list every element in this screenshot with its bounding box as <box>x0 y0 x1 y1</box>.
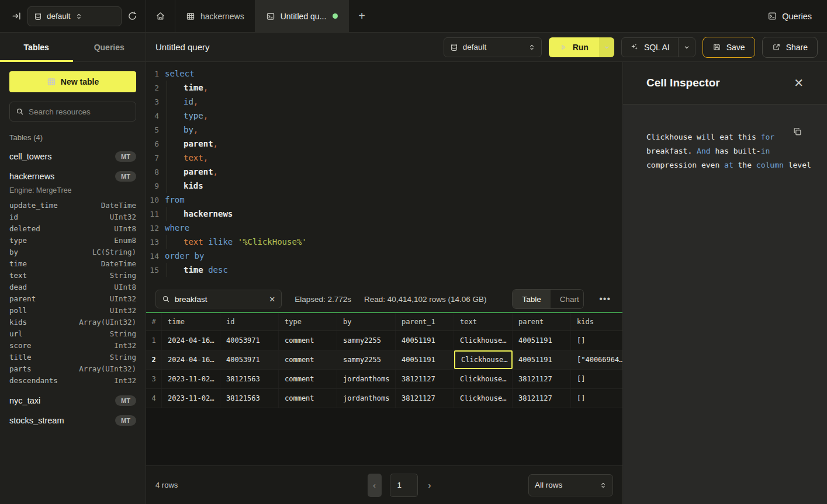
collapse-sidebar-icon[interactable] <box>12 11 22 21</box>
view-tab-chart[interactable]: Chart <box>551 290 584 308</box>
column-row-deleted[interactable]: deletedUInt8 <box>9 223 136 234</box>
refresh-icon[interactable] <box>127 11 137 21</box>
table-row[interactable]: 42023-11-02…38121563commentjordanthoms38… <box>146 389 622 408</box>
tab-hackernews[interactable]: hackernews <box>175 0 255 32</box>
column-row-descendants[interactable]: descendantsInt32 <box>9 374 136 386</box>
table-cell[interactable]: 40051191 <box>396 350 454 369</box>
sql-ai-button[interactable]: SQL AI <box>622 38 678 57</box>
table-cell[interactable]: 38121127 <box>396 389 454 408</box>
code-line[interactable]: 10from <box>146 193 622 207</box>
code-line[interactable]: 14order by <box>146 249 622 263</box>
sql-ai-options-button[interactable] <box>678 38 695 57</box>
column-row-score[interactable]: scoreInt32 <box>9 339 136 351</box>
column-row-update_time[interactable]: update_timeDateTime <box>9 199 136 211</box>
table-cell[interactable]: [] <box>571 331 622 350</box>
table-cell[interactable]: jordanthoms <box>337 370 396 388</box>
column-row-kids[interactable]: kidsArray(UInt32) <box>9 316 136 328</box>
table-cell[interactable]: comment <box>279 389 337 408</box>
results-search-input[interactable] <box>175 295 264 304</box>
next-page-button[interactable]: › <box>426 480 434 490</box>
tab-home[interactable] <box>146 0 175 32</box>
page-size-select[interactable]: All rows <box>528 474 613 496</box>
new-tab-button[interactable]: + <box>349 0 375 32</box>
close-icon[interactable]: ✕ <box>794 77 804 89</box>
column-header-time[interactable]: time <box>162 313 220 331</box>
column-header-kids[interactable]: kids <box>571 313 622 331</box>
table-cell[interactable]: 38121563 <box>220 389 279 408</box>
query-database-select[interactable]: default <box>444 37 542 57</box>
column-row-by[interactable]: byLC(String) <box>9 246 136 258</box>
column-row-type[interactable]: typeEnum8 <box>9 234 136 246</box>
table-cell[interactable]: Clickhouse… <box>454 350 513 369</box>
table-cell[interactable]: comment <box>279 370 337 388</box>
queries-button[interactable]: Queries <box>767 11 812 21</box>
new-table-button[interactable]: New table <box>9 71 136 92</box>
copy-icon[interactable] <box>793 127 802 137</box>
sidebar-tab-tables[interactable]: Tables <box>0 33 73 61</box>
table-cell[interactable]: 38121127 <box>513 389 571 408</box>
column-header-#[interactable]: # <box>146 313 162 331</box>
share-button[interactable]: Share <box>762 37 818 58</box>
table-cell[interactable]: comment <box>279 331 337 350</box>
row-number[interactable]: 3 <box>146 370 162 388</box>
code-line[interactable]: 1select <box>146 67 622 81</box>
row-number[interactable]: 4 <box>146 389 162 408</box>
table-cell[interactable]: ["40066964… <box>571 350 622 369</box>
table-cell[interactable]: jordanthoms <box>337 389 396 408</box>
table-cell[interactable]: 2024-04-16… <box>162 331 220 350</box>
code-line[interactable]: 3id, <box>146 95 622 109</box>
page-number-input[interactable] <box>390 474 417 496</box>
column-row-parent[interactable]: parentUInt32 <box>9 293 136 304</box>
table-cell[interactable]: 38121127 <box>396 370 454 388</box>
table-cell[interactable]: 40051191 <box>513 331 571 350</box>
code-line[interactable]: 13text ilike '%ClickHouse%' <box>146 235 622 249</box>
table-cell[interactable]: [] <box>571 389 622 408</box>
column-header-by[interactable]: by <box>337 313 396 331</box>
tab-untitled-query[interactable]: Untitled qu... <box>255 0 350 32</box>
column-header-id[interactable]: id <box>220 313 279 331</box>
run-button[interactable]: Run <box>549 37 599 57</box>
code-line[interactable]: 6parent, <box>146 137 622 151</box>
view-tab-table[interactable]: Table <box>513 290 550 308</box>
table-cell[interactable]: 40051191 <box>396 331 454 350</box>
table-cell[interactable]: 2023-11-02… <box>162 389 220 408</box>
code-line[interactable]: 8parent, <box>146 165 622 179</box>
column-row-poll[interactable]: pollUInt32 <box>9 304 136 316</box>
table-cell[interactable]: 2024-04-16… <box>162 350 220 369</box>
search-resources-input[interactable] <box>29 107 130 116</box>
sidebar-tab-queries[interactable]: Queries <box>73 33 146 61</box>
database-select[interactable]: default <box>27 6 122 26</box>
table-cell[interactable]: [] <box>571 370 622 388</box>
previous-page-button[interactable]: ‹ <box>368 474 382 497</box>
row-number[interactable]: 2 <box>146 350 162 369</box>
table-item-cell_towers[interactable]: cell_towersMT <box>9 151 136 162</box>
code-line[interactable]: 11hackernews <box>146 207 622 221</box>
table-item-nyc_taxi[interactable]: nyc_taxiMT <box>9 395 136 406</box>
table-cell[interactable]: 38121563 <box>220 370 279 388</box>
row-number[interactable]: 1 <box>146 331 162 350</box>
code-line[interactable]: 2time, <box>146 81 622 95</box>
column-header-type[interactable]: type <box>279 313 337 331</box>
column-row-id[interactable]: idUInt32 <box>9 211 136 223</box>
column-row-title[interactable]: titleString <box>9 351 136 363</box>
table-cell[interactable]: 40051191 <box>513 350 571 369</box>
code-line[interactable]: 4type, <box>146 109 622 123</box>
table-cell[interactable]: sammy2255 <box>337 350 396 369</box>
table-item-hackernews[interactable]: hackernewsMT <box>9 171 136 182</box>
table-cell[interactable]: 40053971 <box>220 331 279 350</box>
column-row-parts[interactable]: partsArray(UInt32) <box>9 363 136 374</box>
table-cell[interactable]: 2023-11-02… <box>162 370 220 388</box>
column-header-text[interactable]: text <box>454 313 513 331</box>
column-header-parent[interactable]: parent <box>513 313 571 331</box>
table-item-stocks_stream[interactable]: stocks_streamMT <box>9 415 136 426</box>
table-cell[interactable]: comment <box>279 350 337 369</box>
code-line[interactable]: 12where <box>146 221 622 235</box>
save-button[interactable]: Save <box>703 37 755 58</box>
table-cell[interactable]: Clickhouse… <box>454 389 513 408</box>
table-cell[interactable]: sammy2255 <box>337 331 396 350</box>
table-row[interactable]: 32023-11-02…38121563commentjordanthoms38… <box>146 370 622 389</box>
code-line[interactable]: 9kids <box>146 179 622 193</box>
run-options-button[interactable] <box>599 37 614 57</box>
column-row-text[interactable]: textString <box>9 269 136 281</box>
more-options-icon[interactable]: ••• <box>597 294 613 304</box>
